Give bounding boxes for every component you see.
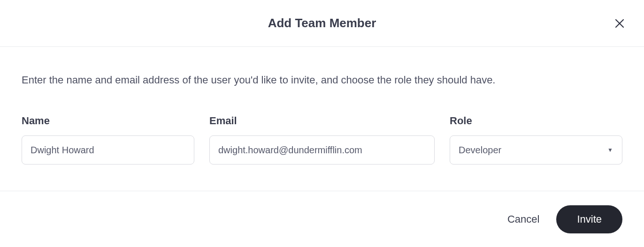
form-row: Name Email Role Developer ▼ xyxy=(22,115,622,165)
email-input[interactable] xyxy=(209,135,435,165)
name-label: Name xyxy=(22,115,194,127)
role-label: Role xyxy=(450,115,622,127)
dialog-title: Add Team Member xyxy=(268,16,376,30)
name-field-group: Name xyxy=(22,115,194,165)
dialog-body: Enter the name and email address of the … xyxy=(0,47,644,191)
close-icon xyxy=(614,18,625,29)
role-select[interactable]: Developer xyxy=(450,135,622,165)
role-selected-value: Developer xyxy=(459,145,501,156)
cancel-button[interactable]: Cancel xyxy=(507,213,539,225)
add-team-member-dialog: Add Team Member Enter the name and email… xyxy=(0,0,644,247)
instruction-text: Enter the name and email address of the … xyxy=(22,72,622,88)
invite-button[interactable]: Invite xyxy=(556,205,622,233)
role-field-group: Role Developer ▼ xyxy=(450,115,622,165)
close-button[interactable] xyxy=(612,16,627,31)
dialog-header: Add Team Member xyxy=(0,0,644,47)
email-label: Email xyxy=(209,115,435,127)
role-select-wrap: Developer ▼ xyxy=(450,135,622,165)
name-input[interactable] xyxy=(22,135,194,165)
dialog-footer: Cancel Invite xyxy=(0,191,644,247)
email-field-group: Email xyxy=(209,115,435,165)
